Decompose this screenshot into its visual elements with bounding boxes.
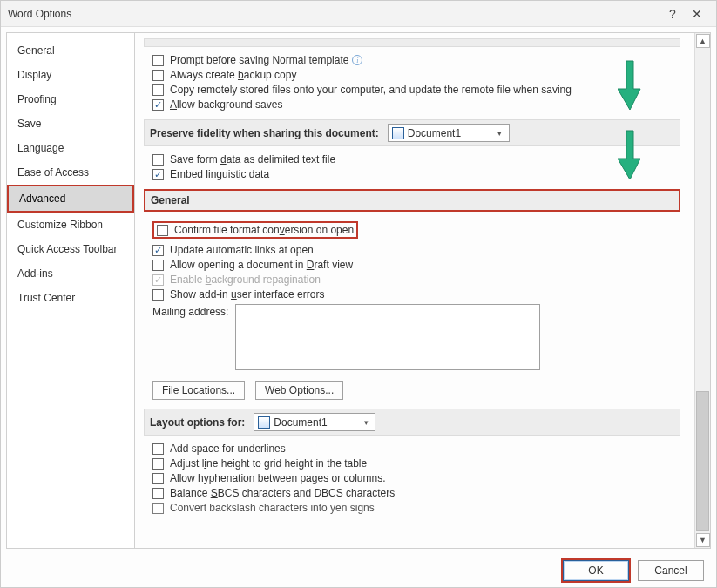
label: Balance SBCS characters and DBCS charact… — [170, 487, 395, 499]
opt-update-links[interactable]: Update automatic links at open — [152, 244, 680, 256]
label: Always create backup copy — [170, 69, 296, 81]
checkbox[interactable] — [152, 154, 164, 166]
mailing-label: Mailing address: — [152, 304, 228, 318]
section-strip — [144, 38, 680, 47]
general-buttons-row: File Locations... Web Options... — [152, 381, 680, 400]
annotation-arrow-2 — [618, 129, 642, 181]
layout-group: Add space for underlines Adjust line hei… — [144, 443, 680, 514]
label: Allow hyphenation between pages or colum… — [170, 472, 386, 484]
opt-allow-hyphenation[interactable]: Allow hyphenation between pages or colum… — [152, 472, 680, 484]
checkbox[interactable] — [152, 169, 164, 180]
help-button[interactable]: ? — [660, 5, 685, 23]
file-locations-button[interactable]: File Locations... — [152, 381, 245, 400]
checkbox[interactable] — [152, 458, 164, 470]
dropdown-value: Document1 — [274, 416, 327, 429]
opt-add-space-underlines[interactable]: Add space for underlines — [152, 443, 680, 455]
vertical-scrollbar[interactable]: ▲ ▼ — [694, 33, 710, 548]
label: Save form data as delimited text file — [170, 153, 335, 166]
doc-icon — [392, 127, 404, 139]
sidebar-item-language[interactable]: Language — [7, 136, 134, 160]
label: Embed linguistic data — [170, 168, 269, 180]
sidebar-item-save[interactable]: Save — [7, 112, 134, 136]
label: Add space for underlines — [170, 443, 286, 455]
label: Allow background saves — [170, 98, 282, 111]
sidebar: General Display Proofing Save Language E… — [6, 32, 135, 549]
checkbox[interactable] — [152, 473, 164, 484]
sidebar-item-trust-center[interactable]: Trust Center — [7, 286, 134, 310]
preserve-doc-dropdown[interactable]: Document1 ▾ — [388, 124, 510, 142]
label: Adjust line height to grid height in the… — [170, 457, 367, 470]
opt-copy-remote[interactable]: Copy remotely stored files onto your com… — [152, 84, 680, 96]
checkbox[interactable] — [152, 70, 164, 81]
label: Convert backslash characters into yen si… — [170, 502, 375, 514]
checkbox[interactable] — [152, 84, 164, 96]
section-label: Preserve fidelity when sharing this docu… — [150, 127, 379, 139]
sidebar-item-general[interactable]: General — [7, 38, 134, 63]
checkbox[interactable] — [152, 289, 164, 301]
sidebar-item-quick-access[interactable]: Quick Access Toolbar — [7, 237, 134, 261]
opt-save-form-data[interactable]: Save form data as delimited text file — [152, 153, 680, 166]
label: Copy remotely stored files onto your com… — [170, 84, 572, 96]
section-preserve-fidelity: Preserve fidelity when sharing this docu… — [144, 119, 680, 146]
dialog-body: General Display Proofing Save Language E… — [1, 27, 716, 554]
opt-addin-errors[interactable]: Show add-in user interface errors — [152, 288, 680, 301]
label: Show add-in user interface errors — [170, 288, 324, 301]
label: Prompt before saving Normal template — [170, 54, 348, 66]
opt-draft-view[interactable]: Allow opening a document in Draft view — [152, 259, 680, 271]
content-pane: Prompt before saving Normal template i A… — [135, 33, 694, 548]
sidebar-item-proofing[interactable]: Proofing — [7, 87, 134, 112]
checkbox[interactable] — [157, 225, 168, 236]
checkbox[interactable] — [152, 245, 164, 256]
dialog-footer: OK Cancel — [1, 554, 716, 587]
general-group: Confirm file format conversion on open U… — [144, 219, 680, 400]
label: Enable background repagination — [170, 274, 321, 286]
checkbox[interactable] — [152, 260, 164, 271]
section-general: General — [144, 189, 680, 212]
info-icon[interactable]: i — [352, 55, 362, 65]
label: Update automatic links at open — [170, 244, 314, 256]
opt-allow-bg-saves[interactable]: Allow background saves — [152, 98, 680, 111]
opt-bg-repagination: Enable background repagination — [152, 274, 680, 286]
scroll-down-icon[interactable]: ▼ — [696, 533, 710, 547]
ok-button[interactable]: OK — [563, 560, 629, 581]
word-options-dialog: Word Options ? ✕ General Display Proofin… — [0, 0, 717, 588]
dropdown-value: Document1 — [408, 127, 461, 139]
checkbox[interactable] — [152, 443, 164, 455]
sidebar-item-customize-ribbon[interactable]: Customize Ribbon — [7, 213, 134, 237]
mailing-address-textarea[interactable] — [235, 304, 540, 370]
chevron-down-icon: ▾ — [493, 125, 507, 141]
scroll-up-icon[interactable]: ▲ — [696, 34, 710, 48]
web-options-button[interactable]: Web Options... — [255, 381, 343, 400]
cancel-button[interactable]: Cancel — [638, 560, 704, 581]
scroll-thumb[interactable] — [696, 391, 709, 531]
doc-icon — [258, 416, 270, 429]
opt-confirm-conversion[interactable]: Confirm file format conversion on open — [152, 221, 358, 239]
sidebar-item-add-ins[interactable]: Add-ins — [7, 261, 134, 286]
preserve-group: Save form data as delimited text file Em… — [144, 153, 680, 180]
checkbox — [152, 274, 164, 286]
section-label: General — [151, 194, 190, 206]
opt-prompt-normal[interactable]: Prompt before saving Normal template i — [152, 54, 680, 66]
sidebar-item-display[interactable]: Display — [7, 63, 134, 87]
opt-balance-sbcs[interactable]: Balance SBCS characters and DBCS charact… — [152, 487, 680, 499]
checkbox[interactable] — [152, 55, 164, 66]
opt-embed-linguistic[interactable]: Embed linguistic data — [152, 168, 680, 180]
scroll-track[interactable] — [695, 49, 710, 532]
opt-always-backup[interactable]: Always create backup copy — [152, 69, 680, 81]
sidebar-item-advanced[interactable]: Advanced — [9, 186, 132, 211]
label: Allow opening a document in Draft view — [170, 259, 353, 271]
chevron-down-icon: ▾ — [359, 414, 373, 430]
opt-adjust-line-height[interactable]: Adjust line height to grid height in the… — [152, 457, 680, 470]
opt-convert-yen[interactable]: Convert backslash characters into yen si… — [152, 502, 680, 514]
sidebar-item-ease-of-access[interactable]: Ease of Access — [7, 160, 134, 185]
titlebar: Word Options ? ✕ — [1, 1, 716, 27]
mailing-address-row: Mailing address: — [152, 304, 680, 370]
content-wrap: Prompt before saving Normal template i A… — [135, 32, 711, 549]
close-button[interactable]: ✕ — [685, 5, 709, 23]
checkbox[interactable] — [152, 503, 164, 514]
section-layout-options: Layout options for: Document1 ▾ — [144, 409, 680, 436]
layout-doc-dropdown[interactable]: Document1 ▾ — [254, 413, 375, 431]
annotation-arrow-1 — [618, 59, 642, 112]
checkbox[interactable] — [152, 488, 164, 499]
checkbox[interactable] — [152, 99, 164, 111]
